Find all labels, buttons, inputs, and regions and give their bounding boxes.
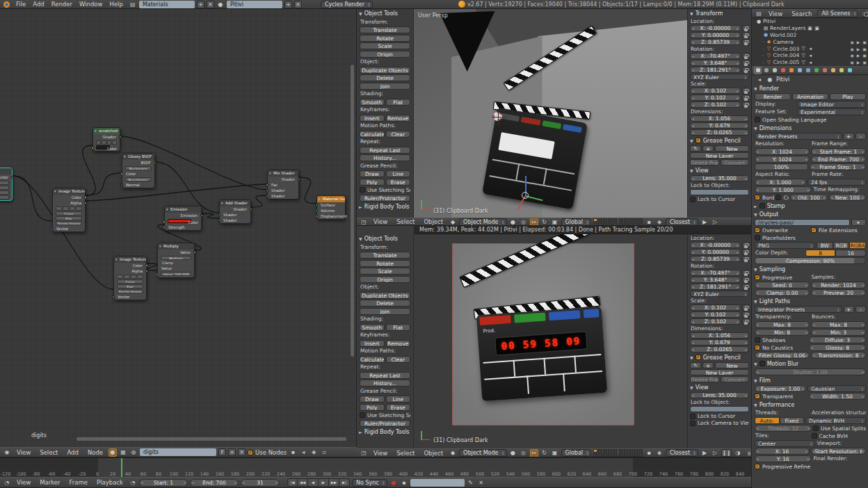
- manipulator-scale-icon[interactable]: ▣: [551, 449, 559, 457]
- menu-frame[interactable]: Frame: [66, 478, 91, 487]
- screen-layout-field[interactable]: Materials: [139, 1, 195, 8]
- y-3-648-field[interactable]: ◂Y: 3.648°▸: [690, 60, 741, 66]
- draw-button[interactable]: Draw: [360, 170, 385, 177]
- outliner-row-circle-003[interactable]: ◦▽Circle.003▽◂◉▶▣: [752, 45, 868, 52]
- calculate-button[interactable]: Calculate: [360, 356, 385, 363]
- viewport-3d-bottom[interactable]: Mem: 39.34M, Peak: 44.02M | Pitivi | Ela…: [357, 226, 751, 448]
- convert-button[interactable]: Convert: [721, 159, 750, 165]
- node-material-output[interactable]: Material OutputSurfaceVolumeDisplacement: [316, 195, 346, 220]
- checkbox-box[interactable]: ✓: [755, 393, 760, 399]
- lock-icon[interactable]: [742, 67, 749, 73]
- item-button[interactable]: +: [702, 145, 714, 152]
- node-scratched[interactable]: scratchedShaderColor: [93, 127, 120, 152]
- progressive-refine-checkbox[interactable]: ✓Progressive Refine: [755, 463, 866, 470]
- line-button[interactable]: Line: [386, 396, 411, 402]
- outliner-row-circle-004[interactable]: ◦▽Circle.004▽◂◉▶▣: [752, 52, 868, 59]
- menu-node[interactable]: Node: [84, 448, 106, 457]
- pin-icon[interactable]: ▪: [289, 448, 297, 457]
- z-0-85739-field[interactable]: ◂Z: 0.85739▸: [690, 256, 741, 262]
- dynamic-bvh-dropdown[interactable]: Dynamic BVH: [805, 417, 866, 424]
- tab-render[interactable]: [754, 67, 762, 74]
- smooth-button[interactable]: Smooth: [360, 99, 385, 106]
- node-mix-shader[interactable]: Mix ShaderShaderFacShaderShader: [267, 170, 299, 200]
- keying-set-icon[interactable]: ▪: [400, 478, 408, 487]
- x-0-102-field[interactable]: ◂X: 0.102▸: [690, 304, 741, 311]
- section-header-view[interactable]: ▼View: [688, 166, 751, 174]
- node-dropdown-single-image[interactable]: Single Image: [117, 289, 143, 293]
- time-icon-icon[interactable]: ◔: [129, 478, 137, 487]
- tab-constraints[interactable]: [796, 67, 803, 74]
- snap-magnet-icon[interactable]: ◈: [655, 218, 664, 226]
- visibility-eye-icon[interactable]: ◉: [849, 60, 855, 65]
- mode-dropdown[interactable]: Object Mode: [459, 218, 506, 226]
- draw-button[interactable]: Draw: [360, 396, 385, 402]
- frame-step-1-field[interactable]: ◂Frame Step: 1▸: [810, 163, 866, 170]
- layer-grid[interactable]: [619, 218, 643, 226]
- width-1-50-field[interactable]: ◂Width: 1.50▸: [809, 393, 866, 400]
- node-field-0-000[interactable]: 0.000: [0, 186, 9, 190]
- node-field-value-100-000[interactable]: Value: 100.000: [161, 272, 191, 276]
- new-layer-button[interactable]: New Layer: [690, 369, 749, 375]
- world-nodes-icon[interactable]: ◍: [129, 448, 138, 457]
- glossy-8-field[interactable]: ◂Glossy: 8▸: [809, 344, 866, 351]
- poly-button[interactable]: Poly: [360, 404, 385, 411]
- checkbox-box[interactable]: ✓: [755, 275, 760, 280]
- node-checkbox-clamp[interactable]: Clamp: [161, 261, 191, 265]
- compression-90-slider[interactable]: Compression: 90%: [755, 257, 866, 264]
- node-field-1-000[interactable]: 1.000: [0, 181, 9, 185]
- x-0-00000-field[interactable]: ◂X: -0.00000▸: [690, 242, 741, 248]
- checkbox-box[interactable]: ✓: [755, 464, 760, 469]
- socket-output-shader[interactable]: [250, 208, 252, 211]
- x-0-102-field[interactable]: ◂X: 0.102▸: [690, 88, 741, 94]
- manipulator-rotate-icon[interactable]: ↻: [540, 449, 549, 457]
- seed-0-field[interactable]: ◂Seed: 0▸: [755, 282, 810, 288]
- section-header-film[interactable]: ▼Film: [752, 376, 868, 384]
- render-button[interactable]: Render: [755, 93, 791, 100]
- menu-file[interactable]: File: [13, 1, 29, 8]
- new-100-field[interactable]: ◂New: 100▸: [829, 194, 866, 201]
- 24-fps-dropdown[interactable]: 24 fps: [807, 179, 866, 186]
- texture-nodes-icon[interactable]: ▦: [119, 448, 127, 457]
- delete-button[interactable]: Delete: [360, 300, 410, 307]
- node-dropdown-flat[interactable]: Flat: [117, 284, 143, 288]
- join-button[interactable]: Join: [360, 308, 410, 315]
- clear-button[interactable]: Clear: [386, 356, 411, 363]
- repeat-last-button[interactable]: Repeat Last: [360, 372, 410, 379]
- outliner-row-camera[interactable]: ◦◆Camera◉▶▣: [752, 38, 868, 45]
- erase-button[interactable]: Erase: [386, 404, 411, 411]
- gaussian-dropdown[interactable]: Gaussian: [807, 385, 866, 392]
- menu-add[interactable]: Add: [63, 448, 81, 457]
- checkbox-box[interactable]: [690, 197, 696, 202]
- image-datablock-row[interactable]: [96, 140, 117, 145]
- x-16-field[interactable]: ◂X: 16▸: [755, 448, 810, 455]
- fake-user-button[interactable]: F: [218, 448, 226, 456]
- blender-menu-icon[interactable]: [2, 0, 10, 8]
- section-header-sampling[interactable]: ▼Sampling: [752, 265, 868, 273]
- end-frame-700-field[interactable]: ◂End Frame: 700▸: [811, 156, 866, 163]
- y-0-102-field[interactable]: ◂Y: 0.102▸: [690, 311, 741, 318]
- rgb-option[interactable]: RGB: [833, 242, 850, 249]
- socket-input-shader[interactable]: [218, 219, 220, 222]
- layer-grid[interactable]: [619, 449, 643, 457]
- snap-target-dropdown[interactable]: Closest: [666, 449, 698, 457]
- render-engine-dropdown[interactable]: Cycles Render: [321, 1, 373, 8]
- line-button[interactable]: Line: [386, 170, 411, 177]
- y-1024-field[interactable]: ◂Y: 1024▸: [755, 156, 810, 163]
- flat-button[interactable]: Flat: [386, 99, 411, 106]
- socket-input-displacement[interactable]: [315, 215, 318, 218]
- checkbox-box[interactable]: [755, 337, 760, 343]
- rotate-button[interactable]: Rotate: [360, 35, 410, 42]
- mode-icon[interactable]: ◆: [449, 218, 457, 226]
- section-header-object-tools[interactable]: ▼Object Tools: [357, 9, 413, 17]
- viewport-3d-top[interactable]: User Persp (31) Clipboard Dark ▼Object T…: [357, 9, 751, 218]
- socket-input-volume[interactable]: [315, 209, 318, 212]
- flat-button[interactable]: Flat: [386, 324, 411, 331]
- checkbox-box[interactable]: ✓: [755, 227, 760, 233]
- folder-icon[interactable]: ▸: [851, 219, 866, 226]
- search-field[interactable]: [860, 10, 866, 17]
- snap-magnet-icon[interactable]: ◈: [655, 449, 664, 457]
- visibility-eye-icon[interactable]: ◉: [849, 40, 855, 44]
- y-16-field[interactable]: ◂Y: 16▸: [755, 455, 812, 462]
- socket-input-strength[interactable]: [163, 226, 166, 229]
- checkbox-box[interactable]: [755, 117, 760, 122]
